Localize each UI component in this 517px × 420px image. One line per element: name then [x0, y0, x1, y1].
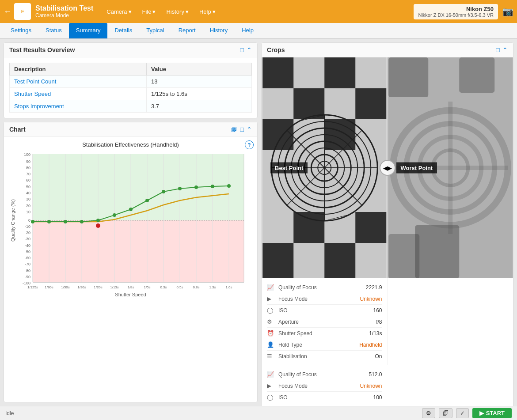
row-label-3: Stops Improvement — [10, 100, 147, 113]
chart-x-label: Shutter Speed — [8, 292, 253, 297]
svg-rect-74 — [324, 243, 355, 278]
gear-button[interactable]: ⚙ — [422, 408, 435, 418]
svg-point-51 — [227, 184, 231, 188]
svg-text:1/80s: 1/80s — [45, 285, 53, 289]
svg-point-50 — [211, 185, 214, 188]
best-point-label: Best Point — [270, 163, 308, 174]
svg-text:60: 60 — [26, 178, 30, 182]
crops-collapse-icon[interactable]: ⌃ — [502, 46, 508, 53]
chart-card: Chart 🗐 □ ⌃ Stabilisation Effectiveness … — [4, 122, 258, 402]
svg-text:50: 50 — [26, 185, 30, 189]
camera-button[interactable]: 📷 — [502, 6, 513, 17]
left-aperture-row: ⚙ Aperture f/8 — [267, 316, 382, 328]
chart-title: Chart — [9, 126, 231, 133]
device-info: Nikon Z50 Nikkor Z DX 16-50mm f/3.5-6.3 … — [414, 4, 498, 19]
back-button[interactable]: ← — [4, 7, 11, 16]
svg-text:10: 10 — [26, 210, 30, 214]
info-divider — [388, 278, 388, 365]
worst-point-label: Worst Point — [396, 163, 437, 174]
tab-settings[interactable]: Settings — [4, 23, 38, 38]
chart-collapse-icon[interactable]: ⌃ — [247, 126, 252, 133]
tab-report[interactable]: Report — [171, 23, 203, 38]
svg-text:1/125s: 1/125s — [27, 285, 38, 289]
tab-typical[interactable]: Typical — [139, 23, 171, 38]
svg-text:0.3s: 0.3s — [160, 285, 167, 289]
svg-text:1/8s: 1/8s — [127, 285, 134, 289]
focusmode-icon-right: ▶ — [267, 382, 276, 389]
svg-point-43 — [96, 219, 100, 222]
tab-history[interactable]: History — [203, 23, 235, 38]
start-label: START — [486, 410, 505, 416]
status-text: Idle — [5, 410, 418, 416]
svg-rect-76 — [355, 212, 386, 243]
svg-text:-80: -80 — [25, 269, 30, 273]
svg-text:70: 70 — [26, 172, 30, 176]
svg-text:-90: -90 — [25, 275, 30, 279]
svg-text:1/20s: 1/20s — [94, 285, 103, 289]
right-iso-value: 100 — [373, 394, 382, 401]
svg-rect-75 — [293, 212, 324, 243]
svg-text:1/5s: 1/5s — [144, 285, 150, 289]
svg-point-47 — [162, 190, 165, 193]
table-row: Stops Improvement 3.7 — [10, 100, 252, 113]
chart-y-label: Quality Change (%) — [8, 150, 17, 291]
left-holdtype-row: 👤 Hold Type Handheld — [267, 339, 382, 351]
tab-help[interactable]: Help — [235, 23, 261, 38]
left-shutter-row: ⏰ Shutter Speed 1/13s — [267, 328, 382, 339]
nav-help[interactable]: Help ▾ — [195, 7, 220, 17]
aperture-icon-left: ⚙ — [267, 318, 276, 325]
chart-maximize-icon[interactable]: □ — [240, 126, 244, 133]
app-title-main: Stabilisation Test — [35, 4, 93, 12]
focusmode-icon-left: ▶ — [267, 295, 276, 302]
svg-point-42 — [80, 220, 84, 223]
nav-camera[interactable]: Camera ▾ — [102, 7, 136, 17]
crop-nav-button[interactable]: ◀▶ — [380, 160, 395, 176]
tab-summary[interactable]: Summary — [69, 23, 108, 38]
check-button[interactable]: ✓ — [456, 408, 469, 418]
left-stabilisation-row: ☰ Stabilisation On — [267, 351, 382, 362]
test-results-card: Test Results Overview □ ⌃ Description Va… — [4, 42, 258, 118]
left-shutter-value: 1/13s — [369, 330, 382, 337]
chart-copy-icon[interactable]: 🗐 — [231, 126, 237, 133]
svg-text:-50: -50 — [25, 250, 30, 254]
start-button[interactable]: ▶ START — [472, 408, 512, 418]
nav-file[interactable]: File ▾ — [138, 7, 160, 17]
svg-text:0.5s: 0.5s — [176, 285, 183, 289]
crops-maximize-icon[interactable]: □ — [496, 46, 500, 53]
svg-point-44 — [113, 213, 116, 217]
iso-icon-right: ◯ — [267, 394, 276, 401]
nav-history[interactable]: History ▾ — [162, 7, 193, 17]
crops-info-grid: 📈 Quality of Focus 2221.9 ▶ Focus Mode U… — [262, 278, 513, 420]
svg-text:0: 0 — [28, 218, 30, 223]
start-icon: ▶ — [479, 410, 484, 416]
svg-text:-40: -40 — [25, 243, 30, 248]
app-title: Stabilisation Test Camera Mode — [35, 4, 93, 19]
svg-point-41 — [64, 220, 67, 223]
crop-images-container: Best Point ◀▶ — [262, 57, 513, 278]
left-iso-row: ◯ ISO 160 — [267, 305, 382, 316]
left-quality-row: 📈 Quality of Focus 2221.9 — [267, 282, 382, 293]
maximize-icon[interactable]: □ — [240, 46, 244, 53]
svg-text:-60: -60 — [25, 256, 30, 260]
app-title-sub: Camera Mode — [35, 12, 93, 19]
col-description: Description — [10, 63, 147, 76]
svg-text:1/50s: 1/50s — [61, 285, 70, 289]
chart-svg: 100 90 80 70 60 50 40 30 20 10 0 -10 -20… — [17, 150, 247, 291]
holdtype-icon-left: 👤 — [267, 341, 276, 348]
svg-text:30: 30 — [26, 197, 30, 201]
tab-details[interactable]: Details — [107, 23, 139, 38]
copy-button[interactable]: 🗐 — [439, 408, 452, 418]
device-name: Nikon Z50 — [418, 6, 494, 12]
device-lens: Nikkor Z DX 16-50mm f/3.5-6.3 VR — [418, 12, 494, 18]
left-focusmode-value: Unknown — [360, 296, 382, 302]
svg-point-52 — [96, 223, 100, 228]
svg-text:80: 80 — [26, 166, 30, 170]
test-results-title: Test Results Overview — [9, 46, 240, 53]
svg-text:0.8s: 0.8s — [193, 285, 199, 289]
row-value-1: 13 — [146, 76, 251, 88]
svg-point-40 — [47, 220, 51, 223]
chart-help-btn[interactable]: ? — [245, 140, 254, 149]
tab-status[interactable]: Status — [38, 23, 69, 38]
collapse-icon[interactable]: ⌃ — [247, 46, 252, 53]
status-bar: Idle ⚙ 🗐 ✓ ▶ START — [0, 406, 517, 420]
